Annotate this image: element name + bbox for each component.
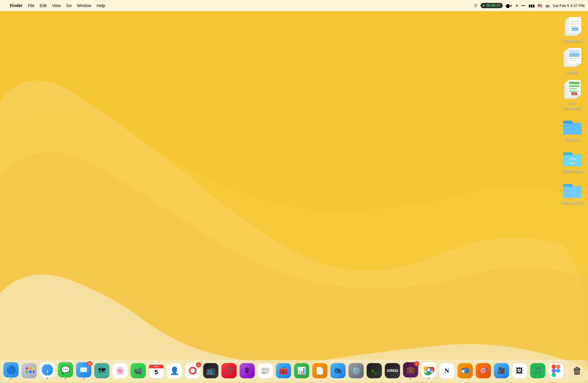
dock-item-music[interactable]: 🎵	[220, 362, 237, 379]
dock-item-mango[interactable]: 🎯	[475, 362, 492, 379]
desktop-icon-images[interactable]: Images	[559, 46, 586, 77]
svg-rect-55	[551, 369, 556, 373]
menu-edit[interactable]: Edit	[40, 3, 47, 8]
mango-icon: 🎯	[475, 363, 491, 378]
svg-rect-25	[569, 82, 580, 84]
menu-help[interactable]: Help	[97, 3, 105, 8]
spotify-icon: 🎵	[530, 363, 545, 378]
trash-icon: 🗑	[570, 363, 585, 378]
random-label: Random	[566, 138, 579, 142]
brightness-icon[interactable]: ☀	[515, 4, 519, 8]
dock-item-finder[interactable]: 🔵	[2, 362, 19, 379]
svg-rect-26	[569, 85, 580, 87]
maps-icon: 🗺	[94, 363, 109, 378]
svg-rect-53	[551, 365, 556, 369]
chrome-active-dot	[428, 378, 429, 379]
chrome-icon	[421, 362, 436, 377]
dock-item-spotify[interactable]: 🎵	[529, 362, 546, 379]
dock-item-facetime[interactable]: 📹	[129, 362, 146, 379]
dock-item-mail[interactable]: ✉️ 22	[75, 362, 92, 379]
dock-item-sonos[interactable]: SONOS	[384, 362, 401, 379]
menubar-right: ⏱ 00:58:47 ⬤▾ ☀ ••• ▮▮▮ 🇺🇸	[474, 3, 584, 8]
app-name[interactable]: Finder	[10, 3, 23, 8]
battery-icon[interactable]: ▮▮▮	[529, 4, 535, 8]
svg-rect-56	[556, 369, 560, 373]
dock-item-direct-mail[interactable]: 📬	[456, 362, 473, 379]
13mbp-sync-label: 13MBP Sync	[562, 169, 582, 174]
dock-item-launchpad[interactable]	[21, 362, 38, 379]
desktop-icon-random[interactable]: Random	[559, 114, 586, 144]
svg-text:PDF: PDF	[572, 93, 576, 95]
control-center-icon[interactable]: •••	[521, 4, 526, 8]
menu-window[interactable]: Window	[77, 3, 91, 8]
dock-item-news[interactable]: 📰	[257, 362, 274, 379]
dock-item-appstore[interactable]: 🛍	[329, 362, 346, 379]
dock-item-slack[interactable]: 💼 3	[402, 362, 419, 379]
svg-rect-18	[569, 50, 580, 53]
menu-file[interactable]: File	[28, 3, 35, 8]
photos-icon: 🌸	[112, 363, 127, 378]
images-icon-img	[562, 48, 583, 69]
menu-view[interactable]: View	[52, 3, 61, 8]
dock-item-zoom[interactable]: 🎥	[493, 362, 510, 379]
mail-icon: ✉️ 22	[76, 362, 91, 377]
dock-item-figma[interactable]	[547, 362, 564, 379]
dock-item-calendar[interactable]: FEB 5	[148, 362, 165, 379]
dock-item-numbers[interactable]: 📊	[293, 362, 310, 379]
menubar: Finder File Edit View Go Window Help ⏱ 0…	[0, 0, 588, 11]
svg-point-36	[25, 371, 28, 373]
slack-icon: 💼 3	[403, 362, 418, 377]
messages-active-dot	[65, 378, 66, 379]
podcasts-icon: 🎙	[239, 363, 255, 378]
desktop-icon-pdf-documents[interactable]: PDF PDF Documents	[559, 78, 586, 112]
numbers-icon: 📊	[294, 363, 309, 378]
menu-go[interactable]: Go	[66, 3, 72, 8]
input-source-icon[interactable]: 🇺🇸	[538, 4, 542, 8]
dock-item-notion[interactable]: N	[438, 362, 455, 379]
timer-badge[interactable]: 00:58:47	[480, 3, 503, 8]
desktop-icon-13mbp-sync[interactable]: 13MBP Sync	[559, 145, 586, 176]
svg-point-34	[29, 367, 31, 370]
music-icon: 🎵	[221, 363, 236, 378]
dock-item-pages[interactable]: 📄	[311, 362, 328, 379]
dock-item-trash[interactable]: 🗑	[569, 362, 586, 379]
menubar-left: Finder File Edit View Go Window Help	[4, 3, 474, 8]
svg-rect-19	[571, 53, 580, 57]
desktop-icon-airexpert-svc[interactable]: AirExpert SVC	[559, 177, 586, 207]
random-icon-img	[562, 115, 583, 136]
calendar-icon: FEB 5	[149, 363, 164, 378]
dock-item-messages[interactable]: 💬	[57, 362, 74, 379]
dock-item-safari[interactable]	[39, 362, 56, 379]
safari-icon	[40, 362, 55, 377]
dock-item-system-prefs[interactable]: ⚙️	[347, 362, 364, 379]
reminders-icon: ⭕ 4	[185, 363, 200, 378]
contacts-icon: 👤	[167, 363, 182, 378]
svg-rect-2	[546, 6, 549, 6]
system-prefs-icon: ⚙️	[348, 363, 364, 378]
finder-active-dot	[10, 378, 11, 379]
dock-item-appletv[interactable]: 📺	[202, 362, 219, 379]
notion-icon: N	[439, 363, 454, 378]
dock-item-chrome[interactable]	[420, 362, 437, 379]
dock-item-toolbox[interactable]: 🧰	[275, 362, 292, 379]
dock-item-terminal[interactable]: >_	[366, 362, 383, 379]
finder-icon: 🔵	[3, 362, 18, 377]
dock: 🔵	[0, 360, 588, 381]
wifi-icon[interactable]	[545, 3, 550, 8]
svg-point-38	[33, 371, 34, 373]
airexpert-svc-icon-img	[562, 179, 583, 200]
dock-item-podcasts[interactable]: 🎙	[238, 362, 255, 379]
safari-active-dot	[47, 378, 48, 379]
dock-item-preview[interactable]: 🖼	[511, 362, 528, 379]
dock-item-contacts[interactable]: 👤	[166, 362, 183, 379]
dock-item-maps[interactable]: 🗺	[93, 362, 110, 379]
history-icon[interactable]: ⏱	[474, 4, 478, 8]
desktop-icon-documents[interactable]: CSV Documents	[559, 15, 586, 45]
dock-item-photos[interactable]: 🌸	[111, 362, 128, 379]
dark-mode-toggle[interactable]: ⬤▾	[506, 4, 512, 8]
pages-icon: 📄	[312, 363, 327, 378]
direct-mail-icon: 📬	[457, 363, 473, 378]
zoom-icon: 🎥	[494, 363, 509, 378]
dock-item-reminders[interactable]: ⭕ 4	[184, 362, 201, 379]
svg-point-52	[427, 368, 430, 371]
